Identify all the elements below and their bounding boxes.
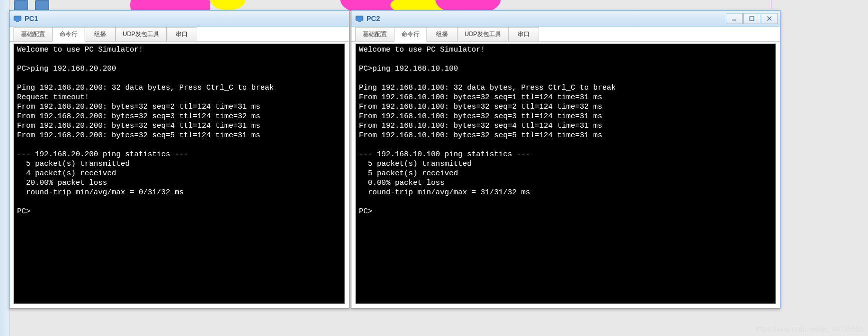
titlebar[interactable]: PC1 <box>10 11 349 27</box>
tab-multicast[interactable]: 组播 <box>426 27 458 41</box>
titlebar[interactable]: PC2 <box>351 11 780 27</box>
app-icon <box>14 15 22 23</box>
tab-multicast[interactable]: 组播 <box>85 27 116 41</box>
close-button[interactable] <box>761 13 778 24</box>
svg-rect-5 <box>750 17 754 21</box>
tab-basic-config[interactable]: 基础配置 <box>355 27 394 41</box>
tab-cli[interactable]: 命令行 <box>394 27 427 42</box>
window-title: PC1 <box>25 15 347 23</box>
toolbar-icon[interactable] <box>14 0 28 11</box>
window-title: PC2 <box>366 15 726 23</box>
minimize-button[interactable] <box>726 13 743 24</box>
app-icon <box>355 15 363 23</box>
watermark-text: https://blog.csdn.net/qq_44735533 <box>755 325 863 333</box>
tab-serial[interactable]: 串口 <box>508 27 539 41</box>
terminal-output[interactable]: Welcome to use PC Simulator! PC>ping 192… <box>14 44 345 304</box>
window-pc2: PC2 基础配置 命令行 组播 UDP发包工具 串口 Welcome to us… <box>351 10 780 308</box>
maximize-button[interactable] <box>743 13 760 24</box>
svg-rect-2 <box>356 16 363 21</box>
tab-basic-config[interactable]: 基础配置 <box>14 27 53 41</box>
tab-bar: 基础配置 命令行 组播 UDP发包工具 串口 <box>351 27 780 42</box>
svg-rect-3 <box>358 21 361 22</box>
svg-rect-1 <box>16 21 19 22</box>
toolbar-icon[interactable] <box>35 0 49 11</box>
left-toolbar-strip <box>0 0 10 336</box>
tab-bar: 基础配置 命令行 组播 UDP发包工具 串口 <box>10 27 349 42</box>
tab-udp-tool[interactable]: UDP发包工具 <box>457 27 509 41</box>
window-pc1: PC1 基础配置 命令行 组播 UDP发包工具 串口 Welcome to us… <box>9 10 349 308</box>
window-controls <box>726 13 778 24</box>
top-toolbar-icons <box>14 0 49 11</box>
tab-cli[interactable]: 命令行 <box>52 27 85 42</box>
svg-rect-0 <box>14 16 21 21</box>
terminal-output[interactable]: Welcome to use PC Simulator! PC>ping 192… <box>355 44 776 304</box>
tab-serial[interactable]: 串口 <box>166 27 197 41</box>
tab-udp-tool[interactable]: UDP发包工具 <box>115 27 167 41</box>
